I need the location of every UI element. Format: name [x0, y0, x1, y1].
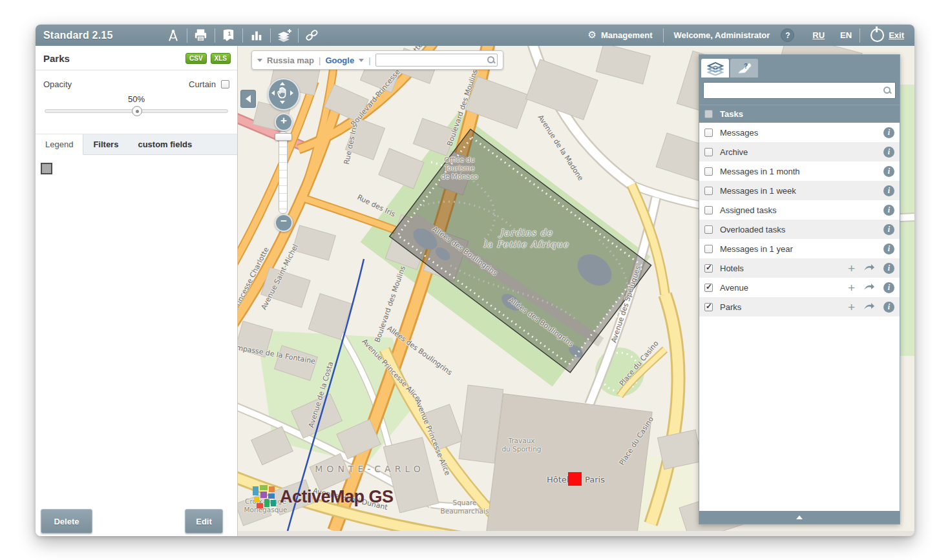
measure-tool-button[interactable] [160, 25, 187, 46]
task-checkbox[interactable] [704, 245, 713, 253]
screen: Standard 2.15 [0, 0, 950, 560]
statistics-button[interactable] [243, 25, 270, 46]
lang-en-button[interactable]: EN [832, 30, 860, 40]
base-layer-dropdown-icon[interactable] [257, 59, 262, 62]
info-icon[interactable] [883, 205, 894, 216]
layer-label: Hotels [720, 264, 841, 273]
layer-checkbox[interactable] [704, 303, 713, 311]
layer-row[interactable]: Hotels [699, 258, 900, 278]
task-label: Messages in 1 year [720, 244, 876, 254]
info-icon[interactable] [883, 166, 894, 177]
map-search-input[interactable] [377, 54, 485, 66]
task-row[interactable]: Overloaded tasks [699, 220, 900, 239]
tab-help-journal[interactable]: ? [730, 59, 758, 78]
lang-ru-button[interactable]: RU [805, 30, 832, 40]
delete-button[interactable]: Delete [41, 509, 92, 534]
tab-filters[interactable]: Filters [83, 134, 128, 154]
opacity-slider[interactable] [45, 105, 228, 116]
welcome-label: Welcome, Administrator [674, 30, 770, 40]
zoom-slider-handle[interactable] [275, 133, 292, 141]
go-to-layer-icon[interactable] [863, 264, 875, 273]
zoom-out-button[interactable] [275, 214, 293, 232]
add-icon[interactable] [848, 301, 855, 313]
layer-label: Parks [720, 302, 841, 312]
selected-hotel-marker[interactable] [568, 472, 582, 486]
tasks-group-checkbox[interactable] [704, 110, 713, 118]
task-checkbox[interactable] [704, 129, 713, 137]
divider: | [368, 56, 370, 65]
left-panel-tabs: Legend Filters custom fields [36, 134, 237, 155]
provider-selector[interactable]: Google [325, 56, 354, 65]
task-row[interactable]: Archive [699, 142, 900, 161]
right-panel-tabs: ? [699, 55, 900, 78]
layers-search-input[interactable] [706, 84, 881, 97]
task-checkbox[interactable] [704, 167, 713, 176]
map-canvas[interactable]: Boulevard des MoulinsBoulevard des Mouli… [237, 46, 914, 531]
go-to-layer-icon[interactable] [863, 283, 875, 293]
left-panel: Parks CSV XLS Opacity Curtain 50% Legend… [36, 46, 238, 536]
opacity-value: 50% [43, 94, 229, 104]
tab-layers[interactable] [701, 59, 729, 78]
zoom-slider[interactable] [279, 131, 288, 214]
curtain-checkbox[interactable] [221, 80, 229, 88]
info-icon[interactable] [883, 302, 894, 313]
search-icon[interactable] [487, 56, 495, 64]
exit-button[interactable]: Exit [860, 28, 914, 42]
toolbar-icon-group: 1 [160, 25, 326, 46]
map-search-box [375, 54, 498, 67]
opacity-section: Opacity Curtain 50% [36, 70, 237, 119]
exit-label: Exit [889, 30, 904, 40]
layer-row[interactable]: Avenue [699, 278, 900, 297]
info-icon[interactable] [883, 224, 894, 235]
layers-search-box [703, 82, 896, 99]
base-layer-selector[interactable]: Russia map [267, 56, 314, 65]
task-checkbox[interactable] [704, 225, 713, 234]
provider-dropdown-icon[interactable] [359, 59, 364, 62]
share-link-button[interactable] [299, 25, 326, 46]
printer-icon [193, 28, 208, 43]
layer-checkbox[interactable] [704, 284, 713, 292]
task-row[interactable]: Messages in 1 month [699, 161, 900, 181]
tab-legend[interactable]: Legend [36, 134, 83, 155]
task-row[interactable]: Assigned tasks [699, 200, 900, 220]
layer-row[interactable]: Parks [699, 297, 900, 316]
task-checkbox[interactable] [704, 148, 713, 156]
go-to-layer-icon[interactable] [863, 302, 875, 312]
info-icon[interactable] [883, 185, 894, 196]
print-button[interactable] [187, 25, 215, 46]
right-panel: ? Tasks Messages Archiv [699, 54, 900, 524]
add-icon[interactable] [848, 282, 855, 294]
management-button[interactable]: ⚙ Management [578, 30, 663, 40]
task-label: Overloaded tasks [720, 225, 876, 234]
export-csv-button[interactable]: CSV [185, 53, 207, 64]
add-layer-button[interactable] [271, 25, 298, 46]
info-icon[interactable] [883, 147, 894, 158]
pan-control[interactable] [268, 78, 300, 110]
left-panel-actions: Delete Edit [36, 509, 237, 534]
info-icon[interactable] [883, 263, 894, 274]
layer-checkbox[interactable] [704, 264, 713, 273]
task-row[interactable]: Messages [699, 123, 900, 142]
compass-icon [166, 28, 180, 43]
task-row[interactable]: Messages in 1 week [699, 181, 900, 200]
search-icon[interactable] [883, 86, 891, 94]
collapse-left-panel-button[interactable] [240, 90, 256, 108]
map-toolbar: Russia map | Google | [251, 50, 503, 70]
export-xls-button[interactable]: XLS [211, 53, 231, 64]
task-row[interactable]: Messages in 1 year [699, 239, 900, 258]
task-label: Messages [720, 128, 876, 138]
task-checkbox[interactable] [704, 206, 713, 214]
tab-custom-fields[interactable]: custom fields [128, 134, 202, 154]
journal-button[interactable]: 1 [215, 25, 242, 46]
opacity-slider-handle[interactable] [132, 106, 142, 116]
info-icon[interactable] [883, 244, 894, 254]
add-icon[interactable] [848, 262, 855, 275]
app-title: Standard 2.15 [36, 30, 122, 41]
collapse-panel-button[interactable] [699, 511, 900, 524]
help-button[interactable]: ? [781, 28, 794, 42]
info-icon[interactable] [883, 282, 894, 293]
zoom-in-button[interactable] [275, 113, 293, 131]
task-checkbox[interactable] [704, 187, 713, 195]
info-icon[interactable] [883, 127, 894, 138]
edit-button[interactable]: Edit [185, 509, 223, 534]
